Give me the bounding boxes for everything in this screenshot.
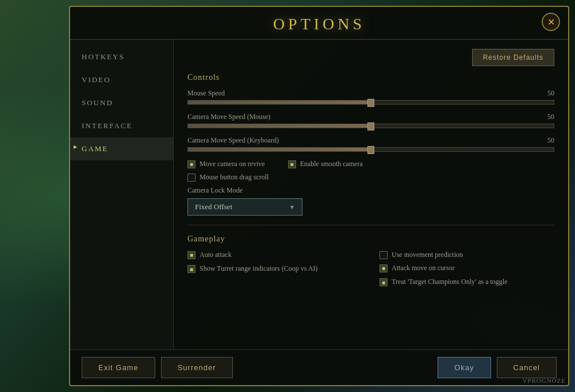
cancel-button[interactable]: Cancel — [497, 357, 557, 378]
main-content: Restore Defaults Controls Mouse Speed 50… — [174, 40, 568, 349]
camera-keyboard-speed-slider-row: Camera Move Speed (Keyboard) 50 — [187, 136, 554, 152]
mouse-speed-label: Mouse Speed — [187, 89, 225, 98]
gameplay-section-title: Gameplay — [187, 235, 554, 244]
show-turret-range-checkbox[interactable]: ■ Show Turret range indicators (Coop vs … — [187, 264, 362, 274]
attack-move-cursor-checkbox[interactable]: ■ Attack move on cursor — [379, 264, 554, 272]
watermark: VPROGNOZE — [522, 377, 566, 384]
camera-mouse-speed-slider-row: Camera Move Speed (Mouse) 50 — [187, 113, 554, 128]
camera-keyboard-speed-value: 50 — [547, 136, 554, 145]
camera-keyboard-speed-label: Camera Move Speed (Keyboard) — [187, 136, 279, 145]
okay-button[interactable]: Okay — [438, 357, 490, 378]
mouse-speed-value: 50 — [547, 89, 554, 98]
use-movement-prediction-checkbox[interactable]: Use movement prediction — [379, 251, 554, 259]
camera-mouse-speed-label: Camera Move Speed (Mouse) — [187, 113, 270, 121]
sidebar-item-hotkeys[interactable]: HOTKEYS — [70, 45, 173, 68]
sidebar-item-sound[interactable]: SOUND — [70, 91, 173, 114]
exit-game-button[interactable]: Exit Game — [82, 357, 155, 378]
sidebar: HOTKEYS VIDEO SOUND INTERFACE GAME — [70, 40, 174, 349]
move-camera-revive-box: ■ — [187, 160, 195, 168]
camera-lock-select[interactable]: Fixed Offset ▼ — [187, 198, 302, 216]
mouse-drag-scroll-checkbox[interactable]: Mouse button drag scroll — [187, 173, 269, 182]
camera-lock-label: Camera Lock Mode — [187, 186, 554, 195]
dialog-header: OPTIONS ✕ — [70, 7, 568, 40]
sidebar-item-video[interactable]: VIDEO — [70, 68, 173, 91]
dialog-body: HOTKEYS VIDEO SOUND INTERFACE GAME Resto… — [70, 40, 568, 349]
sidebar-item-game[interactable]: GAME — [70, 137, 173, 160]
smooth-camera-checkbox[interactable]: ■ Enable smooth camera — [288, 160, 363, 168]
dialog-footer: Exit Game Surrender Okay Cancel — [70, 349, 568, 385]
restore-defaults-button[interactable]: Restore Defaults — [472, 49, 554, 66]
mouse-drag-scroll-box — [187, 174, 195, 182]
dialog-title: OPTIONS — [273, 15, 365, 33]
auto-attack-checkbox[interactable]: ■ Auto attack — [187, 251, 362, 259]
surrender-button[interactable]: Surrender — [161, 357, 233, 378]
controls-section-title: Controls — [187, 73, 554, 82]
chevron-down-icon: ▼ — [289, 204, 295, 210]
move-camera-revive-checkbox[interactable]: ■ Move camera on revive — [187, 160, 265, 168]
close-button[interactable]: ✕ — [542, 13, 560, 31]
mouse-speed-track[interactable] — [187, 100, 554, 105]
sidebar-item-interface[interactable]: INTERFACE — [70, 114, 173, 137]
camera-lock-value: Fixed Offset — [195, 202, 289, 212]
smooth-camera-box: ■ — [288, 160, 296, 168]
camera-mouse-speed-track[interactable] — [187, 124, 554, 128]
camera-mouse-speed-value: 50 — [547, 113, 554, 121]
target-champions-toggle-checkbox[interactable]: ■ Treat 'Target Champions Only' as a tog… — [379, 277, 554, 287]
mouse-speed-slider-row: Mouse Speed 50 — [187, 89, 554, 105]
options-dialog: OPTIONS ✕ HOTKEYS VIDEO SOUND INTERFACE … — [69, 6, 569, 386]
camera-keyboard-speed-track[interactable] — [187, 147, 554, 152]
